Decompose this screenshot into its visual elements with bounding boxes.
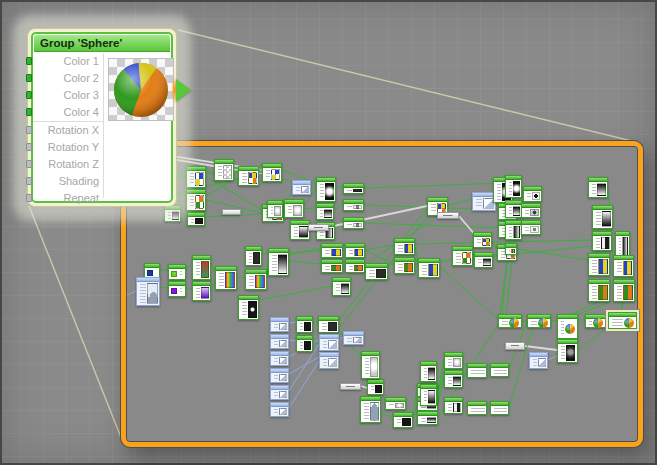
mini-node[interactable] — [490, 363, 509, 377]
mini-node[interactable] — [529, 352, 548, 369]
mini-node[interactable] — [215, 266, 237, 290]
mini-node[interactable] — [345, 243, 365, 258]
mini-node[interactable] — [222, 209, 241, 215]
mini-node[interactable] — [521, 220, 541, 235]
mini-node[interactable] — [505, 220, 522, 240]
mini-node[interactable] — [588, 253, 610, 276]
mini-node[interactable] — [296, 316, 313, 333]
mini-node[interactable] — [613, 279, 635, 302]
mini-node[interactable] — [214, 159, 234, 181]
input-port-color-1[interactable] — [26, 57, 32, 65]
mini-node[interactable] — [270, 334, 289, 349]
mini-node[interactable] — [420, 384, 437, 406]
mini-node[interactable] — [588, 279, 610, 302]
mini-node[interactable] — [168, 264, 186, 280]
mini-node[interactable] — [292, 180, 311, 195]
mini-node[interactable] — [608, 312, 637, 329]
mini-node[interactable] — [592, 205, 613, 229]
mini-node[interactable] — [467, 401, 487, 415]
mini-node[interactable] — [238, 295, 259, 320]
mini-node[interactable] — [393, 412, 413, 428]
mini-node[interactable] — [319, 334, 339, 351]
mini-node[interactable] — [343, 199, 364, 211]
mini-node[interactable] — [505, 243, 517, 255]
mini-node[interactable] — [192, 255, 211, 280]
mini-node[interactable] — [505, 342, 525, 350]
mini-node[interactable] — [321, 243, 343, 258]
mini-node[interactable] — [270, 317, 289, 332]
mini-node[interactable] — [360, 396, 381, 423]
mini-node[interactable] — [343, 183, 364, 194]
mini-node[interactable] — [394, 257, 415, 274]
mini-node[interactable] — [270, 368, 289, 383]
mini-node[interactable] — [270, 351, 289, 366]
mini-node[interactable] — [521, 203, 541, 218]
mini-node[interactable] — [417, 411, 438, 425]
mini-node[interactable] — [361, 351, 380, 379]
mini-node[interactable] — [192, 281, 211, 301]
mini-node[interactable] — [267, 200, 283, 218]
mini-node[interactable] — [332, 277, 351, 296]
mini-node[interactable] — [615, 231, 630, 258]
input-port-rotation-z[interactable] — [26, 160, 32, 168]
mini-node[interactable] — [245, 269, 267, 290]
mini-node[interactable] — [474, 252, 493, 268]
input-port-color-4[interactable] — [26, 108, 32, 116]
mini-node[interactable] — [262, 163, 282, 182]
mini-node[interactable] — [187, 212, 205, 226]
group-node-titlebar[interactable]: Group 'Sphere' — [34, 35, 170, 52]
mini-node[interactable] — [588, 177, 608, 198]
group-node[interactable]: Group 'Sphere' Color 1Color 2Color 3Colo… — [27, 28, 177, 207]
mini-node[interactable] — [444, 370, 463, 388]
mini-node[interactable] — [238, 166, 259, 186]
mini-node[interactable] — [452, 246, 473, 266]
mini-node[interactable] — [473, 232, 492, 248]
mini-node[interactable] — [321, 259, 343, 273]
mini-node[interactable] — [340, 383, 361, 390]
mini-node[interactable] — [557, 314, 578, 339]
input-port-color-3[interactable] — [26, 91, 32, 99]
mini-node[interactable] — [444, 352, 463, 369]
mini-node[interactable] — [613, 255, 634, 277]
mini-node[interactable] — [270, 385, 289, 400]
mini-node[interactable] — [319, 352, 339, 369]
input-port-rotation-x[interactable] — [26, 126, 32, 134]
node-editor-canvas[interactable]: Group 'Sphere' Color 1Color 2Color 3Colo… — [0, 0, 657, 465]
output-arrow-icon[interactable] — [176, 79, 191, 101]
mini-node[interactable] — [345, 259, 365, 273]
mini-node[interactable] — [316, 177, 336, 202]
mini-node[interactable] — [585, 314, 606, 328]
input-port-repeat[interactable] — [26, 194, 32, 202]
sphere-preview-thumbnail[interactable] — [108, 58, 174, 121]
mini-node[interactable] — [367, 379, 384, 395]
mini-node[interactable] — [592, 231, 612, 251]
mini-node[interactable] — [136, 277, 160, 306]
mini-node[interactable] — [418, 258, 440, 278]
mini-node[interactable] — [290, 220, 310, 240]
mini-node[interactable] — [557, 339, 578, 363]
mini-node[interactable] — [490, 401, 509, 415]
mini-node[interactable] — [444, 397, 463, 414]
mini-node[interactable] — [505, 200, 522, 218]
mini-node[interactable] — [343, 331, 364, 345]
mini-node[interactable] — [296, 335, 313, 352]
mini-node[interactable] — [420, 361, 437, 382]
mini-node[interactable] — [318, 316, 339, 333]
mini-node[interactable] — [498, 314, 522, 328]
mini-node[interactable] — [245, 246, 262, 266]
mini-node[interactable] — [437, 212, 459, 219]
mini-node[interactable] — [316, 203, 334, 220]
mini-node[interactable] — [385, 397, 406, 410]
mini-node[interactable] — [527, 314, 551, 328]
mini-node[interactable] — [394, 238, 415, 255]
mini-node[interactable] — [284, 199, 304, 218]
mini-node[interactable] — [467, 363, 487, 378]
input-port-rotation-y[interactable] — [26, 143, 32, 151]
mini-node[interactable] — [270, 402, 289, 417]
mini-node[interactable] — [308, 224, 329, 231]
mini-node[interactable] — [505, 175, 522, 198]
mini-node[interactable] — [343, 217, 364, 229]
input-port-shading[interactable] — [26, 177, 32, 185]
mini-node[interactable] — [168, 281, 186, 297]
mini-node[interactable] — [268, 248, 289, 276]
